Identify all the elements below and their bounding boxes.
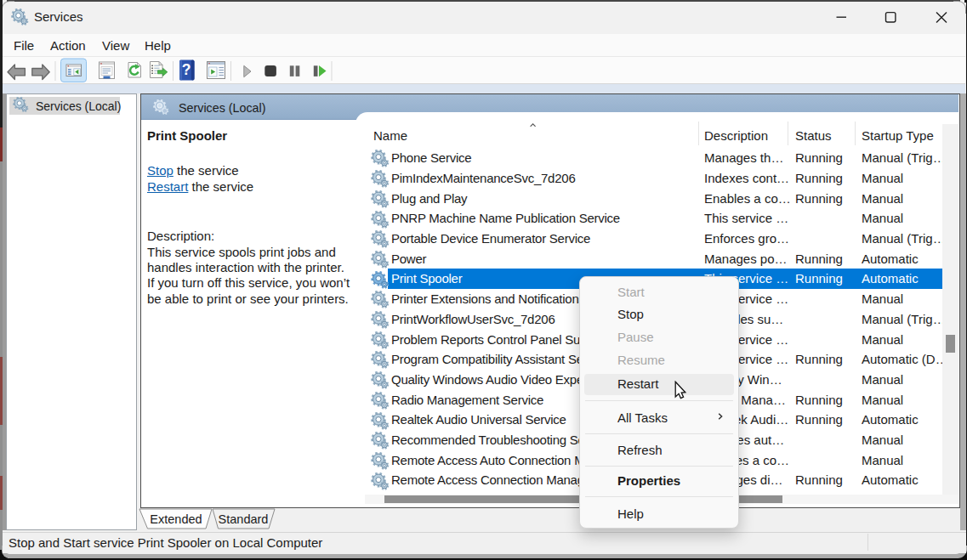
svg-text:Standard: Standard — [219, 512, 269, 525]
svg-text:Extended: Extended — [150, 512, 202, 525]
svg-text:?: ? — [182, 61, 191, 78]
